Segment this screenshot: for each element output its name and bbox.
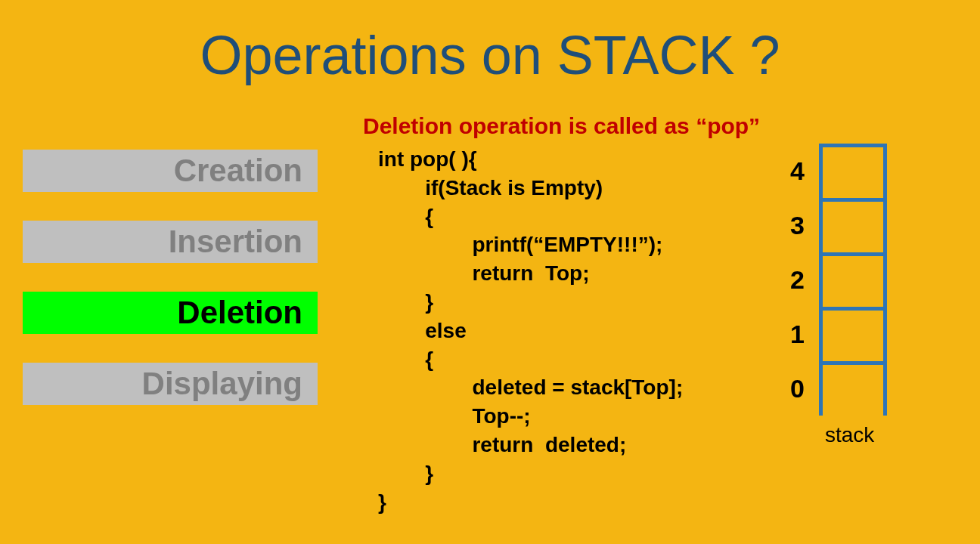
stack-row: 1: [790, 307, 887, 361]
op-deletion: Deletion: [23, 292, 318, 334]
stack-cell: [819, 252, 887, 307]
operations-list: Creation Insertion Deletion Displaying: [23, 150, 318, 434]
stack-label: stack: [825, 423, 874, 447]
stack-index: 2: [790, 265, 819, 295]
slide-title: Operations on STACK ?: [0, 24, 980, 86]
stack-row: 4: [790, 144, 887, 198]
stack-row: 0: [790, 361, 887, 416]
stack-index: 4: [790, 156, 819, 186]
stack-cell: [819, 198, 887, 252]
stack-cell: [819, 144, 887, 198]
section-subtitle: Deletion operation is called as “pop”: [363, 113, 760, 139]
stack-row: 3: [790, 198, 887, 252]
stack-row: 2: [790, 252, 887, 307]
op-insertion: Insertion: [23, 221, 318, 263]
stack-index: 1: [790, 320, 819, 349]
op-creation: Creation: [23, 150, 318, 192]
stack-cell: [819, 307, 887, 361]
stack-index: 0: [790, 374, 819, 403]
stack-index: 3: [790, 211, 819, 240]
code-block: int pop( ){ if(Stack is Empty) { printf(…: [378, 145, 683, 516]
stack-diagram: 4 3 2 1 0 stack: [790, 144, 887, 416]
op-displaying: Displaying: [23, 363, 318, 405]
stack-cell: [819, 361, 887, 416]
